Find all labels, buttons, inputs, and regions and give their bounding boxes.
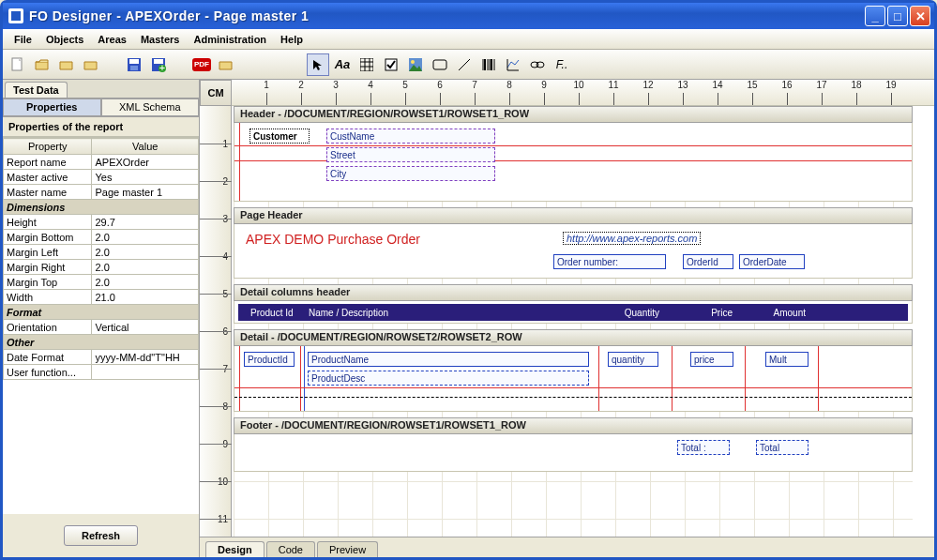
left-panel: Test Data Properties XML Schema Properti… (3, 80, 200, 557)
bottom-tabs: Design Code Preview (200, 537, 934, 557)
window-title: FO Designer - APEXOrder - Page master 1 (29, 8, 309, 23)
menu-help[interactable]: Help (275, 32, 309, 47)
section-detail-columns[interactable]: Detail columns header Product Id Name / … (234, 284, 913, 324)
tab-properties[interactable]: Properties (3, 98, 101, 116)
field-productid[interactable]: ProductId (244, 352, 295, 367)
section-detail[interactable]: Detail - /DOCUMENT/REGION/ROWSET2/ROWSET… (234, 329, 913, 412)
col-quantity[interactable]: Quantity (602, 305, 662, 320)
ruler-unit: CM (200, 80, 232, 106)
svg-rect-8 (360, 58, 373, 71)
field-quantity[interactable]: quantity (608, 352, 658, 367)
section-detcols-bar[interactable]: Detail columns header (234, 284, 913, 301)
col-value: Value (92, 139, 199, 155)
svg-point-27 (537, 62, 544, 68)
field-street[interactable]: Street (326, 147, 495, 162)
group-other: Other (4, 335, 199, 350)
line-icon[interactable] (453, 53, 476, 76)
open-icon[interactable] (31, 53, 53, 76)
field-link[interactable]: http://www.apex-reports.com (563, 232, 701, 245)
field-orderid[interactable]: OrderId (683, 254, 733, 269)
section-footer[interactable]: Footer - /DOCUMENT/REGION/ROWSET1/ROWSET… (234, 417, 913, 472)
col-price[interactable]: Price (681, 305, 735, 320)
text-icon[interactable]: Aa (331, 53, 354, 76)
field-price[interactable]: price (690, 352, 733, 367)
section-page-header[interactable]: Page Header APEX DEMO Purchase Order htt… (234, 207, 913, 279)
tab-preview[interactable]: Preview (317, 541, 378, 557)
col-productid[interactable]: Product Id (248, 305, 300, 320)
tab-design[interactable]: Design (205, 541, 264, 557)
svg-line-17 (459, 59, 470, 70)
col-name[interactable]: Name / Description (306, 305, 550, 320)
col-amount[interactable]: Amount (756, 305, 809, 320)
val-reportname[interactable]: APEXOrder (92, 155, 199, 170)
pdf-icon[interactable]: PDF (190, 53, 213, 76)
rect-icon[interactable] (429, 53, 451, 76)
section-header[interactable]: Header - /DOCUMENT/REGION/ROWSET1/ROWSET… (234, 106, 913, 202)
field-custname[interactable]: CustName (326, 129, 495, 144)
design-canvas[interactable]: 1234567891011 Header - /DOCUMENT/REGION/… (200, 106, 934, 537)
chart-icon[interactable] (502, 53, 524, 76)
field-customer-label[interactable]: Customer (249, 129, 310, 144)
svg-rect-2 (129, 59, 139, 64)
formula-icon[interactable]: F.. (551, 53, 573, 76)
title-bar: FO Designer - APEXOrder - Page master 1 … (3, 3, 934, 29)
new-icon[interactable] (7, 53, 29, 76)
toolbar: + PDF Aa F.. (3, 50, 934, 80)
group-format: Format (4, 305, 199, 320)
section-detail-bar[interactable]: Detail - /DOCUMENT/REGION/ROWSET2/ROWSET… (234, 329, 913, 346)
menu-file[interactable]: File (8, 32, 38, 47)
tab-code[interactable]: Code (266, 541, 315, 557)
group-dimensions: Dimensions (4, 200, 199, 215)
field-demo-title[interactable]: APEX DEMO Purchase Order (246, 232, 420, 247)
val-mastername[interactable]: Page master 1 (92, 185, 199, 200)
save-icon[interactable] (123, 53, 145, 76)
menu-administration[interactable]: Administration (188, 32, 272, 47)
design-panel: CM 12345678910111213141516171819 1234567… (200, 80, 934, 557)
svg-rect-16 (433, 60, 446, 69)
table-icon[interactable] (355, 53, 378, 76)
open3-icon[interactable] (80, 53, 102, 76)
vertical-ruler: 1234567891011 (200, 106, 232, 537)
val-masteractive[interactable]: Yes (92, 170, 199, 185)
field-productdesc[interactable]: ProductDesc (308, 371, 589, 386)
section-pageheader-bar[interactable]: Page Header (234, 207, 913, 224)
properties-table: PropertyValue Report nameAPEXOrder Maste… (3, 137, 199, 514)
menu-masters[interactable]: Masters (135, 32, 186, 47)
open2-icon[interactable] (55, 53, 78, 76)
col-property: Property (4, 139, 92, 155)
pointer-icon[interactable] (307, 53, 329, 76)
menu-areas[interactable]: Areas (92, 32, 132, 47)
close-button[interactable]: ✕ (910, 6, 930, 26)
export-icon[interactable] (215, 53, 237, 76)
link-icon[interactable] (526, 53, 549, 76)
refresh-button[interactable]: Refresh (64, 525, 138, 546)
svg-rect-3 (130, 66, 138, 70)
app-icon (8, 8, 23, 23)
minimize-button[interactable]: _ (865, 6, 885, 26)
field-total-label[interactable]: Total : (677, 440, 730, 455)
section-header-bar[interactable]: Header - /DOCUMENT/REGION/ROWSET1/ROWSET… (234, 106, 913, 123)
field-orderdate[interactable]: OrderDate (739, 254, 805, 269)
field-mult[interactable]: Mult (765, 352, 809, 367)
tab-xml-schema[interactable]: XML Schema (101, 98, 200, 116)
image-icon[interactable] (404, 53, 427, 76)
save-as-icon[interactable]: + (147, 53, 170, 76)
horizontal-ruler: 12345678910111213141516171819 (232, 80, 934, 105)
field-productname[interactable]: ProductName (308, 352, 589, 367)
menu-objects[interactable]: Objects (40, 32, 89, 47)
field-city[interactable]: City (326, 166, 495, 181)
field-ordernum-label[interactable]: Order number: (553, 254, 666, 269)
app-window: FO Designer - APEXOrder - Page master 1 … (0, 0, 937, 560)
menu-bar: File Objects Areas Masters Administratio… (3, 29, 934, 50)
svg-point-15 (411, 60, 415, 64)
svg-text:+: + (159, 62, 165, 72)
tab-test-data[interactable]: Test Data (5, 82, 68, 98)
properties-header: Properties of the report (3, 117, 199, 137)
barcode-icon[interactable] (477, 53, 500, 76)
checkbox-icon[interactable] (380, 53, 402, 76)
section-footer-bar[interactable]: Footer - /DOCUMENT/REGION/ROWSET1/ROWSET… (234, 417, 913, 434)
field-total[interactable]: Total (756, 440, 809, 455)
maximize-button[interactable]: □ (887, 6, 908, 26)
